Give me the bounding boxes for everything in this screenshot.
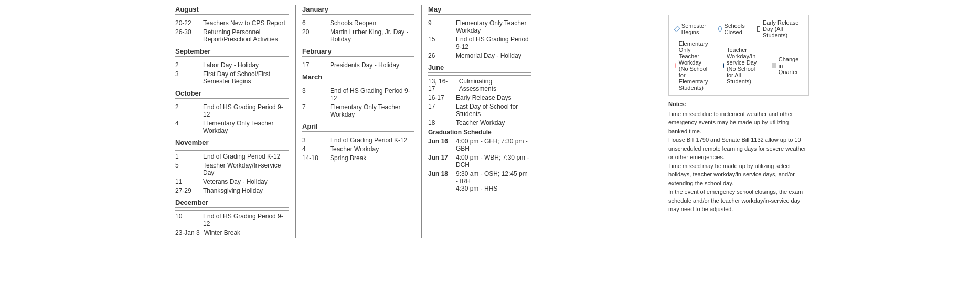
event-description: Early Release Days — [456, 94, 511, 101]
event-date: 27-29 — [175, 187, 199, 194]
legend-item: Early Release Day (All Students) — [757, 19, 802, 38]
legend-item: Semester Begins — [675, 23, 708, 35]
event-description: Spring Break — [330, 154, 366, 162]
event-description: Thanksgiving Holiday — [203, 187, 263, 194]
event-date: 4 — [175, 120, 199, 127]
notes-section: Notes:Time missed due to inclement weath… — [668, 100, 809, 214]
diamond-icon — [674, 26, 680, 32]
legend-label: Teacher Workday/In-service Day (No Schoo… — [727, 47, 762, 85]
legend-section: Semester BeginsSchools ClosedEarly Relea… — [668, 15, 809, 96]
event-row: 20-22Teachers New to CPS Report — [175, 19, 289, 27]
note-line: House Bill 1790 and Senate Bill 1132 all… — [668, 135, 809, 162]
event-row: 4Teacher Workday — [302, 145, 414, 153]
event-row: 5Teacher Workday/In-service Day — [175, 162, 289, 176]
event-row: 17Presidents Day - Holiday — [302, 61, 414, 69]
event-description: End of Grading Period K-12 — [203, 153, 280, 160]
legend-label: Change in Quarter — [779, 56, 803, 75]
event-date: 11 — [175, 178, 199, 185]
event-description: Veterans Day - Holiday — [203, 178, 268, 185]
note-line: Time missed due to inclement weather and… — [668, 110, 809, 136]
event-description: End of HS Grading Period 9-12 — [456, 36, 531, 50]
event-row: 26Memorial Day - Holiday — [428, 52, 531, 59]
event-date: 17 — [428, 103, 452, 110]
event-date: 14-18 — [302, 154, 326, 162]
rect-gray-icon — [772, 63, 776, 68]
event-row: 9Elementary Only Teacher Workday — [428, 19, 531, 34]
grad-row: Jun 174:00 pm - WBH; 7:30 pm - DCH — [428, 154, 531, 169]
event-description: Elementary Only Teacher Workday — [456, 19, 531, 34]
event-description: Last Day of School for Students — [456, 103, 531, 118]
month-header: March — [302, 73, 414, 82]
event-date: 6 — [302, 19, 326, 27]
month-header: February — [302, 47, 414, 57]
legend-item: Schools Closed — [718, 23, 747, 35]
event-row: 26-30Returning Personnel Report/Preschoo… — [175, 28, 289, 43]
event-row: 11Veterans Day - Holiday — [175, 178, 289, 185]
legend-item: Teacher Workday/In-service Day (No Schoo… — [723, 47, 762, 85]
circle-pink-icon — [675, 63, 676, 68]
legend-item: Change in Quarter — [772, 56, 803, 75]
event-row: 2End of HS Grading Period 9-12 — [175, 103, 289, 118]
event-row: 23-Jan 3Winter Break — [175, 229, 289, 236]
bottom-wrapper: Semester BeginsSchools ClosedEarly Relea… — [668, 9, 809, 238]
event-date: 23-Jan 3 — [175, 229, 200, 236]
month-header: September — [175, 47, 289, 57]
month-header: October — [175, 89, 289, 99]
circle-outline-icon — [718, 26, 721, 32]
grad-description: 4:00 pm - GFH; 7:30 pm - GBH — [456, 138, 531, 152]
event-date: 3 — [302, 137, 326, 144]
event-date: 5 — [175, 162, 199, 169]
event-description: End of HS Grading Period 9-12 — [203, 103, 289, 118]
event-description: Presidents Day - Holiday — [330, 61, 399, 69]
event-row: 7Elementary Only Teacher Workday — [302, 103, 414, 118]
event-description: Schools Reopen — [330, 19, 376, 27]
month-header: November — [175, 139, 289, 148]
note-line: Time missed may be made up by utilizing … — [668, 162, 809, 188]
event-date: 4 — [302, 145, 326, 153]
event-description: Labor Day - Holiday — [203, 61, 259, 69]
event-description: Elementary Only Teacher Workday — [203, 120, 289, 134]
notes-title: Notes: — [668, 100, 809, 109]
event-description: Memorial Day - Holiday — [456, 52, 521, 59]
event-row: 4Elementary Only Teacher Workday — [175, 120, 289, 134]
square-outline-icon — [757, 26, 760, 32]
event-description: Teacher Workday/In-service Day — [203, 162, 289, 176]
event-row: 3End of Grading Period K-12 — [302, 137, 414, 144]
event-date: 10 — [175, 213, 199, 220]
event-description: Teacher Workday — [330, 145, 379, 153]
event-row: 3End of HS Grading Period 9-12 — [302, 87, 414, 102]
month-header: April — [302, 122, 414, 132]
event-row: 6Schools Reopen — [302, 19, 414, 27]
event-description: Teacher Workday — [456, 119, 505, 127]
grad-row: Jun 189:30 am - OSH; 12:45 pm - IRH 4:30… — [428, 170, 531, 192]
event-description: Culminating Assessments — [459, 78, 531, 92]
legend-row: Elementary Only Teacher Workday (No Scho… — [675, 40, 802, 91]
circle-darkblue-icon — [723, 63, 724, 68]
event-date: 2 — [175, 103, 199, 111]
event-description: Returning Personnel Report/Preschool Act… — [203, 28, 289, 43]
grad-row: Jun 164:00 pm - GFH; 7:30 pm - GBH — [428, 138, 531, 152]
event-date: 1 — [175, 153, 199, 160]
event-row: 2Labor Day - Holiday — [175, 61, 289, 69]
event-date: 20-22 — [175, 19, 199, 27]
event-description: Winter Break — [204, 229, 240, 236]
event-date: 9 — [428, 19, 452, 27]
event-description: Martin Luther King, Jr. Day - Holiday — [330, 28, 414, 43]
legend-item: Elementary Only Teacher Workday (No Scho… — [675, 40, 712, 91]
event-description: End of HS Grading Period 9-12 — [203, 213, 289, 227]
event-row: 27-29Thanksgiving Holiday — [175, 187, 289, 194]
event-date: 26 — [428, 52, 452, 59]
event-row: 10End of HS Grading Period 9-12 — [175, 213, 289, 227]
event-date: 2 — [175, 61, 199, 69]
event-row: 1End of Grading Period K-12 — [175, 153, 289, 160]
left-panel: August20-22Teachers New to CPS Report26-… — [175, 5, 296, 238]
legend-label: Early Release Day (All Students) — [763, 19, 802, 38]
main-layout: August20-22Teachers New to CPS Report26-… — [175, 5, 537, 238]
event-description: First Day of School/First Semester Begin… — [203, 70, 289, 85]
graduation-header: Graduation Schedule — [428, 129, 531, 136]
event-date: 20 — [302, 28, 326, 36]
event-date: 15 — [428, 36, 452, 43]
event-date: 3 — [302, 87, 326, 95]
month-header: August — [175, 5, 289, 15]
right-panel: May9Elementary Only Teacher Workday15End… — [422, 5, 537, 238]
